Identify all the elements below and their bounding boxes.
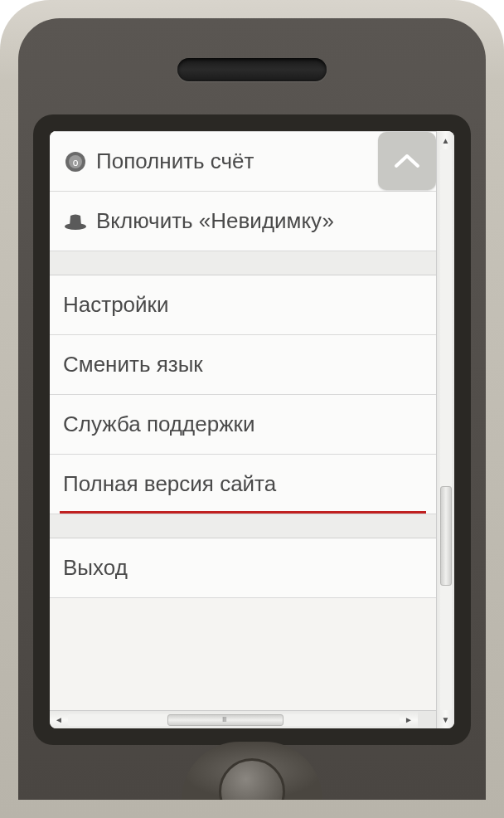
dpad-center [219,758,285,800]
screen-frame: o Пополнить счёт [33,114,471,745]
scroll-left-arrow[interactable]: ◄ [50,711,68,728]
hardware-buttons [18,742,486,800]
menu-item-label: Настройки [63,292,423,318]
menu-item-support[interactable]: Служба поддержки [50,395,436,455]
menu-item-label: Сменить язык [63,352,423,377]
collapse-button[interactable] [378,132,436,190]
menu-item-settings[interactable]: Настройки [50,275,436,335]
vscroll-thumb[interactable] [440,486,452,586]
scroll-up-arrow[interactable]: ▲ [437,131,454,149]
vertical-scrollbar[interactable]: ▲ ▼ [436,131,454,728]
menu-item-label: Включить «Невидимку» [96,208,423,234]
menu-item-label: Пополнить счёт [96,149,370,174]
scroll-corner [418,711,436,729]
menu-item-language[interactable]: Сменить язык [50,335,436,395]
vscroll-track[interactable] [440,149,452,710]
scroll-down-arrow[interactable]: ▼ [437,710,454,728]
menu-item-label: Выход [63,555,423,581]
scroll-right-arrow[interactable]: ► [400,711,418,728]
menu-item-label: Служба поддержки [63,411,423,437]
menu-item-label: Полная версия сайта [63,471,423,497]
menu-item-fullsite[interactable]: Полная версия сайта [50,455,436,514]
hat-icon [63,209,88,234]
hscroll-thumb[interactable]: Ⅲ [167,714,284,726]
content-fill [50,598,436,710]
group-spacer [50,514,436,538]
chevron-up-icon [393,153,421,169]
group-spacer [50,251,436,275]
phone-frame: o Пополнить счёт [0,0,504,818]
phone-inner: o Пополнить счёт [18,18,486,800]
dpad [182,742,322,800]
screen: o Пополнить счёт [50,131,454,728]
hscroll-track[interactable]: Ⅲ [68,714,400,726]
svg-text:o: o [73,157,79,168]
horizontal-scrollbar[interactable]: ◄ Ⅲ ► [50,710,436,728]
content-area: o Пополнить счёт [50,131,436,728]
menu-item-exit[interactable]: Выход [50,538,436,598]
menu-item-invisible[interactable]: Включить «Невидимку» [50,192,436,251]
earpiece [177,58,327,81]
coin-icon: o [63,149,88,174]
menu-item-topup[interactable]: o Пополнить счёт [50,131,436,192]
